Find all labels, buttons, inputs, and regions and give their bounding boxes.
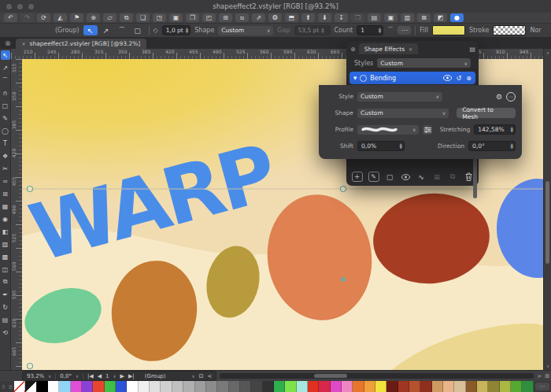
color-swatch[interactable]	[183, 381, 194, 392]
undo-button[interactable]: ↶	[4, 13, 17, 22]
effect-handle[interactable]	[28, 187, 33, 192]
crop-mark-button[interactable]: ⊠	[417, 13, 431, 22]
clone-button[interactable]: ❐	[186, 13, 199, 22]
first-page-button[interactable]: |◀	[87, 373, 94, 379]
last-page-button[interactable]: ▶|	[128, 373, 135, 379]
profile-settings-icon[interactable]	[423, 125, 431, 135]
color-swatch[interactable]	[331, 381, 342, 392]
panel-tab[interactable]: Shape Effects ✕	[359, 43, 418, 54]
bend-tool[interactable]: ⌒	[1, 76, 10, 85]
color-swatch[interactable]	[14, 381, 25, 392]
add-grid-button[interactable]: ⊞	[219, 13, 232, 22]
prev-page-button[interactable]: ◀	[98, 373, 102, 379]
text-frame-button[interactable]: ▤	[368, 13, 381, 22]
color-swatch[interactable]	[116, 381, 127, 392]
color-swatch[interactable]	[105, 381, 116, 392]
sync-button[interactable]: ⟳	[37, 13, 50, 22]
color-swatch[interactable]	[308, 381, 319, 392]
page-rotate-tool[interactable]: ⟲	[1, 327, 10, 337]
align-corner-button[interactable]: ◰	[202, 13, 216, 22]
color-swatch[interactable]	[161, 381, 172, 392]
color-swatch[interactable]	[229, 381, 240, 392]
fullscreen-icon[interactable]: ⊞	[545, 373, 549, 379]
text-tool[interactable]: T	[1, 139, 10, 148]
color-swatch[interactable]	[342, 381, 353, 392]
target-tool-button[interactable]: ⊕	[87, 13, 100, 22]
stretching-field[interactable]: 142,58% ▲▼	[474, 124, 516, 135]
rotate-view-tool[interactable]: ↻	[1, 302, 10, 312]
selection-dropdown[interactable]: (Group)	[145, 373, 166, 379]
reset-effect-icon[interactable]: ↺	[457, 75, 462, 82]
page-number-dropdown[interactable]: 1	[105, 373, 109, 379]
color-swatch[interactable]	[319, 381, 330, 392]
spiral-button[interactable]: ❂	[268, 13, 282, 22]
scroll-up-icon[interactable]: ∧	[544, 50, 551, 55]
color-swatch[interactable]	[477, 381, 488, 392]
import-button[interactable]: ↧	[335, 13, 348, 22]
effect-row-bending[interactable]: ▼ Bending ↺ ⊗	[349, 72, 475, 84]
next-page-button[interactable]: ▶	[120, 373, 124, 379]
color-swatch[interactable]	[82, 381, 93, 392]
distort-frame-button[interactable]: ▢	[385, 172, 395, 182]
paste-style-button[interactable]: ❒	[351, 13, 364, 22]
palette-list-icon[interactable]: ☰	[7, 381, 14, 392]
color-swatch[interactable]	[297, 381, 308, 392]
add-effect-button[interactable]: +	[352, 172, 363, 182]
color-swatch[interactable]	[386, 381, 398, 392]
marquee-tool[interactable]: ▢	[1, 101, 10, 110]
color-swatch[interactable]	[522, 381, 533, 392]
duplicate-button[interactable]: ⧉	[120, 13, 133, 22]
frame-tool[interactable]: ◫	[1, 264, 10, 274]
gap-field[interactable]: 53,5 pt ▲▼	[294, 25, 331, 35]
wedge-tool-button[interactable]: ◭	[54, 13, 67, 22]
skew-tool-button[interactable]: ▱	[103, 13, 116, 22]
toggle-visibility-button[interactable]	[401, 172, 411, 182]
mesh-tool[interactable]: ▦	[1, 202, 10, 211]
panel-close-icon[interactable]: ⊗	[350, 46, 356, 53]
panel-menu-icon[interactable]: ▤	[469, 46, 475, 53]
horizontal-scrollbar[interactable]	[220, 373, 534, 379]
palette-comment-icon[interactable]: ⋯	[535, 383, 549, 390]
fill-color-swatch[interactable]	[432, 25, 465, 35]
color-swatch[interactable]	[263, 381, 274, 392]
effect-handle[interactable]	[341, 277, 346, 282]
direction-field[interactable]: 0,0° ▲▼	[468, 141, 516, 151]
paste-effect-button[interactable]: ⊞	[432, 172, 442, 182]
tool-frame-select[interactable]: ▢	[131, 25, 145, 35]
pattern-tool[interactable]: ▨	[1, 239, 10, 249]
more-options-button[interactable]: ⋯	[398, 26, 411, 35]
color-swatch[interactable]	[398, 381, 409, 392]
color-swatch[interactable]	[511, 381, 522, 392]
color-swatch[interactable]	[195, 381, 206, 392]
fisheye-tool[interactable]: ◉	[1, 214, 10, 224]
color-swatch[interactable]	[206, 381, 217, 392]
style-dropdown[interactable]: Custom∨	[357, 92, 442, 102]
ellipse-tool[interactable]: ◯	[1, 126, 10, 135]
gradient-tool[interactable]: ◧	[1, 227, 10, 236]
expand-right-icon[interactable]: >	[537, 373, 542, 379]
collapse-left-icon[interactable]: <	[207, 373, 212, 379]
color-swatch[interactable]	[432, 381, 443, 392]
color-swatch[interactable]	[466, 381, 477, 392]
tab-close-icon[interactable]: ✕	[22, 41, 26, 46]
vertical-scrollbar-thumb[interactable]	[545, 181, 549, 264]
select-tool[interactable]: ↖	[1, 50, 10, 60]
redo-button[interactable]: ↷	[20, 13, 34, 22]
effect-handle[interactable]	[341, 187, 346, 192]
eyedropper-tool[interactable]: ✒	[1, 290, 10, 299]
edit-effect-button[interactable]: ✎	[368, 172, 379, 182]
stroke-width-field[interactable]: 1,0 pt ▲▼	[162, 25, 190, 35]
styles-dropdown[interactable]: Custom∨	[377, 58, 471, 68]
color-swatch[interactable]	[37, 381, 48, 392]
scan-frame-button[interactable]: ▥	[401, 13, 414, 22]
close-all-icon[interactable]: ⊗	[5, 39, 11, 47]
color-swatch[interactable]	[443, 381, 454, 392]
color-swatch[interactable]	[150, 381, 161, 392]
scroll-down-icon[interactable]: ∨	[544, 364, 551, 368]
direct-select-tool[interactable]: ↗	[1, 63, 10, 72]
color-swatch[interactable]	[172, 381, 183, 392]
vertical-ruler[interactable]: 315350385420455490525560595630665	[11, 59, 23, 370]
tool-group-select[interactable]: ⌒	[115, 25, 129, 35]
color-swatch[interactable]	[240, 381, 251, 392]
shape-dropdown[interactable]: Custom∨	[218, 26, 273, 35]
